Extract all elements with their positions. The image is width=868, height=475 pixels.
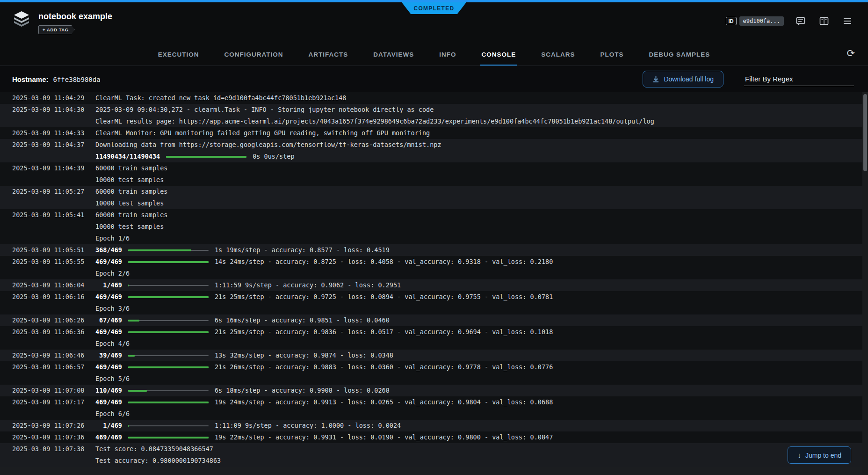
tab-debug-samples[interactable]: DEBUG SAMPLES — [648, 51, 711, 66]
log-row: 2025-03-09 11:05:4160000 train samples — [0, 209, 868, 221]
log-message: 60000 train samples — [90, 186, 868, 197]
hostname-value: 6ffe38b980da — [53, 76, 101, 83]
progress-label: 469/469 — [95, 431, 122, 443]
log-text: 19s 22ms/step - accuracy: 0.9931 - loss:… — [215, 433, 553, 441]
tab-plots[interactable]: PLOTS — [600, 51, 625, 66]
log-message: 2025-03-09 09:04:30,272 - clearml.Task -… — [90, 104, 868, 116]
id-badge: ID — [726, 17, 737, 25]
log-row: 10000 test samples — [0, 197, 868, 209]
clearml-logo-icon — [12, 10, 31, 29]
log-message: Test accuracy: 0.9800000190734863 — [90, 455, 868, 467]
jump-to-end-button[interactable]: ↓ Jump to end — [788, 446, 851, 464]
log-text: 6s 18ms/step - accuracy: 0.9908 - loss: … — [215, 387, 390, 394]
log-text: 6s 16ms/step - accuracy: 0.9851 - loss: … — [215, 316, 390, 324]
log-timestamp — [0, 197, 90, 209]
log-message: 10000 test samples — [90, 174, 868, 186]
log-message: ClearML Task: created new task id=e9d100… — [90, 92, 868, 104]
log-message: Epoch 1/6 — [90, 233, 868, 244]
log-message: ClearML results page: https://app.acme-c… — [90, 116, 868, 127]
app-root: COMPLETED notebook example + ADD TAG ID … — [0, 0, 868, 475]
log-row: Epoch 3/6 — [0, 303, 868, 314]
log-text: Test score: 0.08473359048366547 — [95, 445, 213, 453]
console-log: 2025-03-09 11:04:29ClearML Task: created… — [0, 92, 868, 475]
log-timestamp — [0, 338, 90, 350]
log-text: 1:11:59 9s/step - accuracy: 0.9062 - los… — [215, 281, 401, 289]
progress-bar — [128, 332, 209, 333]
task-id-chip[interactable]: ID e9d100fa... — [726, 16, 784, 26]
log-row: 2025-03-09 11:07:261/4691:11:09 9s/step … — [0, 420, 868, 431]
log-text: 21s 25ms/step - accuracy: 0.9725 - loss:… — [215, 293, 553, 300]
add-tag-button[interactable]: + ADD TAG — [38, 25, 75, 34]
tab-configuration[interactable]: CONFIGURATION — [223, 51, 284, 66]
comment-icon — [796, 16, 806, 26]
progress-bar — [128, 320, 209, 321]
log-timestamp: 2025-03-09 11:04:39 — [0, 162, 90, 174]
page-title: notebook example — [38, 12, 112, 22]
scrollbar-thumb[interactable] — [863, 94, 867, 171]
log-message: Epoch 6/6 — [90, 408, 868, 420]
log-text: 10000 test samples — [95, 199, 164, 207]
log-row: 2025-03-09 11:07:08110/4696s 18ms/step -… — [0, 385, 868, 396]
refresh-button[interactable]: ⟳ — [846, 48, 855, 58]
log-timestamp: 2025-03-09 11:04:37 — [0, 139, 90, 151]
log-row: 2025-03-09 11:07:38Test score: 0.0847335… — [0, 443, 868, 455]
scrollbar[interactable] — [862, 92, 868, 475]
log-message: 469/46921s 25ms/step - accuracy: 0.9725 … — [90, 291, 868, 303]
log-row: 2025-03-09 11:06:57469/46921s 26ms/step … — [0, 361, 868, 373]
log-message: Epoch 4/6 — [90, 338, 868, 350]
log-timestamp: 2025-03-09 11:06:26 — [0, 314, 90, 326]
log-text: 60000 train samples — [95, 164, 167, 172]
log-text: Epoch 5/6 — [95, 375, 130, 382]
progress-bar — [128, 425, 209, 426]
progress-label: 1/469 — [95, 279, 122, 291]
log-message: 469/46921s 25ms/step - accuracy: 0.9836 … — [90, 326, 868, 338]
log-text: Epoch 1/6 — [95, 234, 130, 242]
tab-dataviews[interactable]: DATAVIEWS — [372, 51, 415, 66]
console-toolbar: Hostname: 6ffe38b980da Download full log — [0, 66, 868, 92]
download-icon — [652, 76, 659, 83]
log-timestamp: 2025-03-09 11:05:51 — [0, 244, 90, 256]
progress-label: 11490434/11490434 — [95, 151, 160, 162]
log-row: Epoch 1/6 — [0, 233, 868, 244]
tab-scalars[interactable]: SCALARS — [540, 51, 576, 66]
log-row: 10000 test samples — [0, 174, 868, 186]
tab-artifacts[interactable]: ARTIFACTS — [307, 51, 349, 66]
progress-label: 469/469 — [95, 326, 122, 338]
log-timestamp — [0, 303, 90, 314]
comments-button[interactable] — [794, 15, 807, 28]
log-timestamp: 2025-03-09 11:07:08 — [0, 385, 90, 396]
progress-label: 469/469 — [95, 361, 122, 373]
log-timestamp — [0, 116, 90, 127]
log-message: 469/46919s 22ms/step - accuracy: 0.9931 … — [90, 431, 868, 443]
download-label: Download full log — [664, 75, 714, 83]
log-row: 2025-03-09 11:04:33ClearML Monitor: GPU … — [0, 127, 868, 139]
log-row: 2025-03-09 11:06:041/4691:11:59 9s/step … — [0, 279, 868, 291]
filter-regex-input[interactable] — [744, 72, 854, 86]
log-text: Epoch 4/6 — [95, 340, 130, 347]
hostname-label: Hostname: — [12, 75, 49, 83]
details-layout-button[interactable] — [817, 15, 831, 28]
log-row: 2025-03-09 11:06:4639/46913s 32ms/step -… — [0, 350, 868, 361]
log-message: Epoch 3/6 — [90, 303, 868, 314]
tab-execution[interactable]: EXECUTION — [157, 51, 200, 66]
download-full-log-button[interactable]: Download full log — [643, 71, 723, 88]
refresh-icon: ⟳ — [846, 48, 855, 58]
log-row: 2025-03-09 11:06:2667/4696s 16ms/step - … — [0, 314, 868, 326]
log-timestamp — [0, 174, 90, 186]
tab-info[interactable]: INFO — [438, 51, 457, 66]
log-timestamp: 2025-03-09 11:06:04 — [0, 279, 90, 291]
tab-list: EXECUTIONCONFIGURATIONARTIFACTSDATAVIEWS… — [157, 51, 711, 66]
log-row: 2025-03-09 11:07:17469/46919s 24ms/step … — [0, 396, 868, 408]
progress-label: 368/469 — [95, 244, 122, 256]
log-row: 2025-03-09 11:06:36469/46921s 25ms/step … — [0, 326, 868, 338]
log-timestamp: 2025-03-09 11:07:38 — [0, 443, 90, 455]
log-message: 1/4691:11:09 9s/step - accuracy: 1.0000 … — [90, 420, 868, 431]
progress-bar — [128, 297, 209, 298]
menu-button[interactable] — [841, 15, 854, 28]
progress-bar — [128, 262, 209, 263]
progress-bar — [128, 437, 209, 438]
tab-console[interactable]: CONSOLE — [480, 51, 517, 66]
log-text: Epoch 6/6 — [95, 410, 130, 417]
progress-label: 67/469 — [95, 314, 122, 326]
log-message: Test score: 0.08473359048366547 — [90, 443, 868, 455]
